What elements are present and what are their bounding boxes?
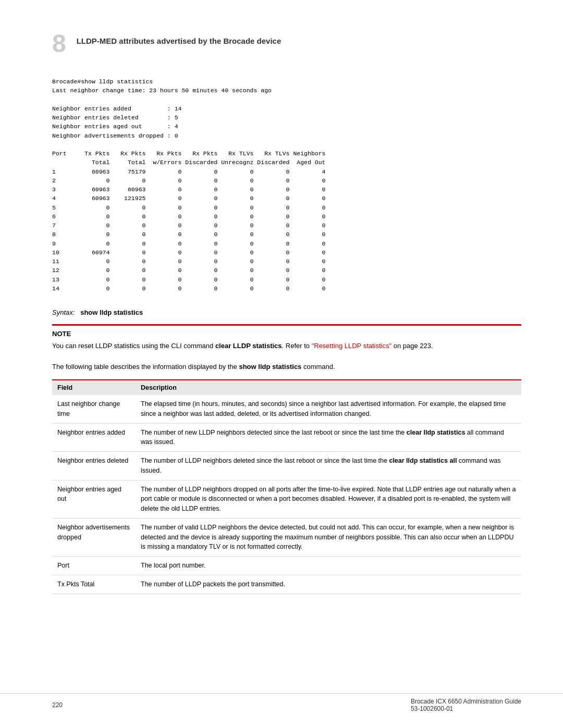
table-row: Neighbor entries aged outThe number of L… <box>52 480 521 518</box>
table-cell-field: Neighbor advertisements dropped <box>52 518 136 556</box>
table-cell-field: Last neighbor change time <box>52 395 136 423</box>
note-text-after: on page 223. <box>391 342 433 350</box>
table-row: Tx Pkts TotalThe number of LLDP packets … <box>52 575 521 594</box>
table-header: Field Description <box>52 380 521 395</box>
table-cell-description: The number of LLDP neighbors dropped on … <box>136 480 521 518</box>
table-cell-field: Neighbor entries aged out <box>52 480 136 518</box>
table-cell-field: Neighbor entries deleted <box>52 452 136 480</box>
note-link[interactable]: "Resetting LLDP statistics" <box>312 342 392 350</box>
table-header-row: Field Description <box>52 380 521 395</box>
desc-before: The following table describes the inform… <box>52 363 239 371</box>
table-row: Neighbor advertisements droppedThe numbe… <box>52 518 521 556</box>
table-cell-field: Tx Pkts Total <box>52 575 136 594</box>
table-cell-description: The number of new LLDP neighbors detecte… <box>136 423 521 452</box>
page: 8 LLDP-MED attributes advertised by the … <box>0 0 563 728</box>
note-label: NOTE <box>52 330 521 338</box>
chapter-title: LLDP-MED attributes advertised by the Br… <box>77 31 282 45</box>
col-description: Description <box>136 380 521 395</box>
footer: 220 Brocade ICX 6650 Administration Guid… <box>0 693 563 712</box>
footer-page-number: 220 <box>52 701 63 709</box>
desc-bold: show lldp statistics <box>239 363 301 371</box>
footer-doc-number: 53-1002600-01 <box>411 705 453 712</box>
table-row: Last neighbor change timeThe elapsed tim… <box>52 395 521 423</box>
note-text-middle: . Refer to <box>282 342 312 350</box>
desc-after: command. <box>301 363 335 371</box>
table-cell-description: The elapsed time (in hours, minutes, and… <box>136 395 521 423</box>
table-row: PortThe local port number. <box>52 557 521 575</box>
note-text-before: You can reset LLDP statistics using the … <box>52 342 215 350</box>
table-cell-description: The number of valid LLDP neighbors the d… <box>136 518 521 556</box>
table-cell-description: The number of LLDP packets the port tran… <box>136 575 521 594</box>
table-row: Neighbor entries deletedThe number of LL… <box>52 452 521 480</box>
footer-guide-info: Brocade ICX 6650 Administration Guide 53… <box>411 698 521 712</box>
chapter-number: 8 <box>52 31 66 56</box>
note-text: You can reset LLDP statistics using the … <box>52 341 521 351</box>
table-cell-field: Neighbor entries added <box>52 423 136 452</box>
col-field: Field <box>52 380 136 395</box>
note-bold-cmd: clear LLDP statistics <box>215 342 282 350</box>
table-cell-description: The local port number. <box>136 557 521 575</box>
chapter-header: 8 LLDP-MED attributes advertised by the … <box>52 31 521 56</box>
description-paragraph: The following table describes the inform… <box>52 362 521 372</box>
table-row: Neighbor entries addedThe number of new … <box>52 423 521 452</box>
code-block: Brocade#show lldp statistics Last neighb… <box>52 72 521 298</box>
syntax-line: Syntax: show lldp statistics <box>52 309 521 316</box>
table-body: Last neighbor change timeThe elapsed tim… <box>52 395 521 594</box>
syntax-label: Syntax: <box>52 309 75 316</box>
note-box: NOTE You can reset LLDP statistics using… <box>52 324 521 351</box>
syntax-command: show lldp statistics <box>80 309 143 316</box>
table-cell-description: The number of LLDP neighbors deleted sin… <box>136 452 521 480</box>
footer-guide-name: Brocade ICX 6650 Administration Guide <box>411 698 521 705</box>
table-cell-field: Port <box>52 557 136 575</box>
info-table: Field Description Last neighbor change t… <box>52 379 521 594</box>
